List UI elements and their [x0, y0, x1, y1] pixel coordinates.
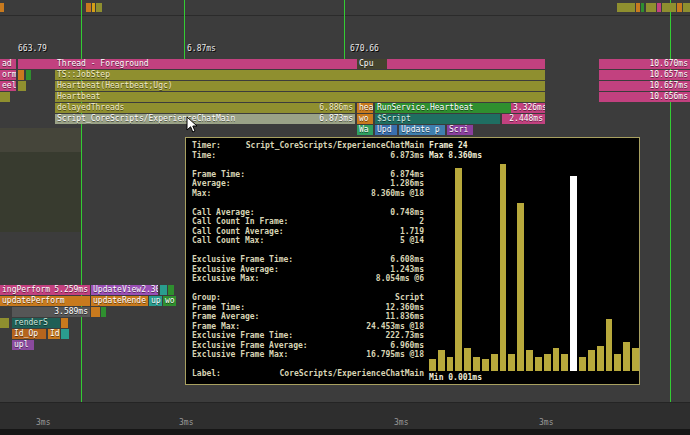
flame-bar[interactable]: TS::JobStep	[55, 70, 545, 80]
bar-label: Id_Op	[14, 329, 38, 339]
flame-bar[interactable]: orm	[0, 70, 16, 80]
flame-bar[interactable]: 2.448ms	[502, 114, 545, 124]
flame-bar[interactable]: Id	[48, 329, 60, 339]
flame-bar[interactable]: ad	[0, 59, 16, 69]
frame-history-bar[interactable]	[623, 342, 630, 371]
tooltip-row: Frame Average:11.836ms	[192, 312, 424, 322]
flame-bar[interactable]: 3.326ms	[511, 103, 545, 113]
frame-history-bar[interactable]	[526, 350, 533, 371]
flame-bar[interactable]: Update p	[399, 125, 445, 135]
tooltip-stat-label: Frame Time:	[192, 303, 245, 313]
frame-history-bar[interactable]	[570, 176, 577, 371]
frame-history-bar[interactable]	[553, 348, 560, 371]
frame-history-bar[interactable]	[491, 354, 498, 371]
frame-history-bar[interactable]	[535, 357, 542, 371]
flame-bar[interactable]: hea	[357, 103, 373, 113]
flame-bar[interactable]	[18, 70, 24, 80]
flame-bar[interactable]	[101, 307, 106, 317]
tooltip-row: Exclusive Frame Average:6.960ms	[192, 341, 424, 351]
bar-label: delayedThreads	[57, 103, 124, 113]
flame-bar[interactable]: Cpu	[357, 59, 387, 69]
flame-bar[interactable]	[0, 92, 10, 102]
flame-bar[interactable]	[26, 70, 31, 80]
frame-history-bar[interactable]	[632, 348, 639, 371]
flame-bar[interactable]: Wa	[357, 125, 373, 135]
minimap-tick[interactable]	[646, 3, 656, 12]
axis-tick-label: 3ms	[394, 418, 408, 427]
bar-label: eel	[2, 81, 16, 91]
flame-bar[interactable]: 10.670ms	[599, 59, 690, 69]
flame-bar[interactable]: Thread - Foreground	[18, 59, 545, 69]
flame-bar[interactable]: 10.657ms	[599, 81, 690, 91]
axis-tick-label: 3ms	[179, 418, 193, 427]
flame-bar[interactable]	[61, 329, 69, 339]
flame-bar[interactable]: Script_CoreScripts/ExperienceChatMain6.8…	[55, 114, 355, 124]
frame-history-bar[interactable]	[473, 357, 480, 371]
minimap-tick[interactable]	[617, 3, 635, 12]
flame-bar[interactable]: up	[149, 296, 162, 306]
flame-bar[interactable]: Scri	[447, 125, 473, 135]
minimap-tick[interactable]	[86, 3, 91, 12]
flame-bar[interactable]	[160, 285, 167, 295]
frame-history-bar[interactable]	[455, 168, 462, 371]
minimap-tick[interactable]	[0, 3, 4, 12]
tooltip-stat-label: Exclusive Max:	[192, 274, 259, 284]
flame-bar[interactable]	[18, 81, 26, 91]
flame-bar[interactable]: delayedThreads6.886ms	[55, 103, 355, 113]
flame-bar[interactable]: eel	[0, 81, 16, 91]
flame-bar[interactable]: ingPerform5.259ms	[0, 285, 90, 295]
frame-history-bar[interactable]	[517, 203, 524, 371]
flame-bar[interactable]: $Script	[375, 114, 500, 124]
minimap-tick[interactable]	[662, 3, 676, 12]
tooltip-row: Call Count In Frame:2	[192, 217, 424, 227]
frame-history-bar[interactable]	[579, 357, 586, 371]
frame-history-bar[interactable]	[614, 354, 621, 371]
flame-bar[interactable]: 3.589ms	[12, 307, 90, 317]
frame-history-bar[interactable]	[429, 359, 436, 371]
flame-bar[interactable]	[168, 285, 174, 295]
flame-bar[interactable]: RunService.Heartbeat	[375, 103, 511, 113]
flame-bar[interactable]: Id_Op	[12, 329, 46, 339]
flame-bar[interactable]: 10.656ms	[599, 92, 690, 102]
minimap-tick[interactable]	[657, 3, 661, 12]
flame-bar[interactable]: updatePerform	[0, 296, 90, 306]
frame-history-bar[interactable]	[482, 359, 489, 371]
flame-bar[interactable]: upl	[12, 340, 34, 350]
flame-bar[interactable]: renderS	[12, 318, 60, 328]
flame-bar[interactable]: Heartbeat	[55, 92, 545, 102]
minimap-tick[interactable]	[677, 3, 682, 12]
flame-bar[interactable]	[91, 307, 100, 317]
flame-bar[interactable]: wo	[357, 114, 373, 124]
minimap-tick[interactable]	[92, 3, 95, 12]
tooltip-stat-label: Exclusive Frame Time:	[192, 255, 293, 265]
flame-bar[interactable]: Upd	[375, 125, 397, 135]
frame-history-bar[interactable]	[500, 164, 507, 371]
minimap-tick[interactable]	[636, 3, 640, 12]
frame-history-bar[interactable]	[561, 354, 568, 371]
flame-bar[interactable]: UpdateView2.308ms	[91, 285, 158, 295]
frame-history-bar[interactable]	[606, 319, 613, 371]
minimap-tick[interactable]	[641, 3, 644, 12]
frame-history-chart[interactable]	[429, 164, 639, 371]
bar-label: UpdateView	[93, 285, 141, 295]
profiler-screen: 3ms3ms3ms3ms Timer:Script_CoreScripts/Ex…	[0, 0, 690, 435]
flame-bar[interactable]	[0, 318, 9, 328]
flame-bar[interactable]: Heartbeat(Heartbeat;Ugc)	[55, 81, 545, 91]
frame-history-bar[interactable]	[438, 350, 445, 371]
tooltip-row: Frame Max:24.453ms @18	[192, 322, 424, 332]
frame-history-bar[interactable]	[464, 348, 471, 371]
frame-history-bar[interactable]	[588, 350, 595, 371]
flame-bar[interactable]	[61, 318, 68, 328]
flame-bar[interactable]: updateRende	[91, 296, 148, 306]
frame-history-bar[interactable]	[544, 354, 551, 371]
frame-history-bar[interactable]	[597, 346, 604, 371]
flame-bar[interactable]: 10.657ms	[599, 70, 690, 80]
minimap-tick[interactable]	[96, 3, 102, 12]
frame-marker-line	[184, 0, 185, 59]
minimap-tick[interactable]	[683, 3, 690, 12]
tooltip-stat-value: 0.748ms	[390, 208, 424, 218]
frame-history-bar[interactable]	[508, 354, 515, 371]
frame-history-bar[interactable]	[447, 357, 454, 371]
flame-bar[interactable]: wo	[163, 296, 176, 306]
bar-label: wo	[165, 296, 175, 306]
